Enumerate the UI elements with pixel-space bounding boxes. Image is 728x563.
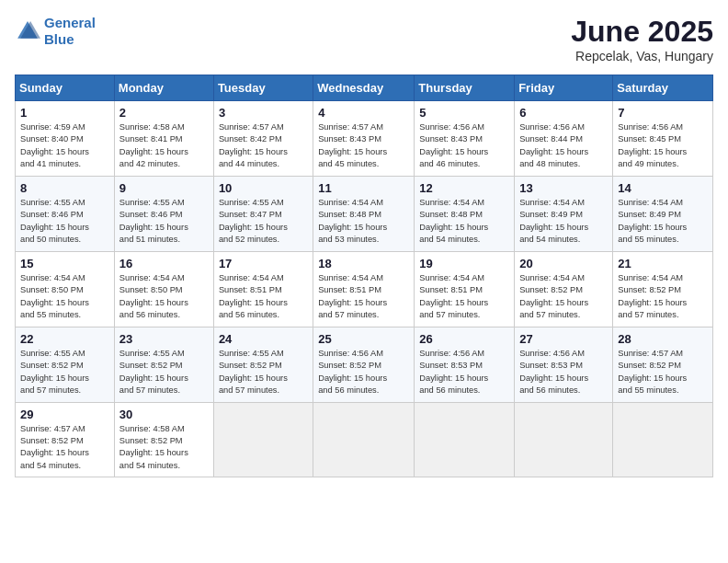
day-info: Sunrise: 4:56 AMSunset: 8:43 PMDaylight:… bbox=[419, 121, 509, 171]
day-info: Sunrise: 4:54 AMSunset: 8:49 PMDaylight:… bbox=[519, 197, 608, 247]
day-num: 3 bbox=[219, 106, 308, 120]
calendar-row-5: 29Sunrise: 4:57 AMSunset: 8:52 PMDayligh… bbox=[16, 402, 713, 477]
day-num: 29 bbox=[20, 408, 109, 421]
day-8: 8Sunrise: 4:55 AMSunset: 8:46 PMDaylight… bbox=[16, 176, 115, 251]
day-num: 12 bbox=[419, 181, 509, 195]
day-info: Sunrise: 4:54 AMSunset: 8:51 PMDaylight:… bbox=[318, 272, 409, 322]
day-num: 6 bbox=[519, 106, 608, 120]
day-num: 17 bbox=[219, 257, 308, 270]
logo-text: General Blue bbox=[44, 15, 96, 48]
logo: General Blue bbox=[15, 15, 96, 48]
day-empty bbox=[415, 402, 515, 477]
col-sunday: Sunday bbox=[16, 75, 115, 101]
calendar-title: June 2025 bbox=[571, 15, 713, 49]
day-info: Sunrise: 4:58 AMSunset: 8:41 PMDaylight:… bbox=[119, 121, 209, 171]
day-num: 10 bbox=[219, 181, 308, 195]
day-5: 5Sunrise: 4:56 AMSunset: 8:43 PMDaylight… bbox=[415, 101, 515, 177]
day-14: 14Sunrise: 4:54 AMSunset: 8:49 PMDayligh… bbox=[613, 176, 713, 251]
day-num: 26 bbox=[419, 332, 509, 346]
day-num: 23 bbox=[119, 332, 209, 346]
day-29: 29Sunrise: 4:57 AMSunset: 8:52 PMDayligh… bbox=[16, 402, 115, 477]
day-info: Sunrise: 4:54 AMSunset: 8:49 PMDaylight:… bbox=[618, 197, 708, 247]
day-num: 11 bbox=[318, 181, 409, 195]
col-saturday: Saturday bbox=[613, 75, 713, 101]
day-num: 30 bbox=[119, 408, 209, 421]
day-info: Sunrise: 4:56 AMSunset: 8:52 PMDaylight:… bbox=[318, 348, 409, 397]
day-28: 28Sunrise: 4:57 AMSunset: 8:52 PMDayligh… bbox=[613, 327, 713, 402]
day-12: 12Sunrise: 4:54 AMSunset: 8:48 PMDayligh… bbox=[415, 176, 515, 251]
day-info: Sunrise: 4:58 AMSunset: 8:52 PMDaylight:… bbox=[119, 423, 209, 473]
day-empty bbox=[515, 402, 613, 477]
day-15: 15Sunrise: 4:54 AMSunset: 8:50 PMDayligh… bbox=[16, 251, 115, 327]
logo-line2: Blue bbox=[44, 31, 74, 47]
day-info: Sunrise: 4:54 AMSunset: 8:52 PMDaylight:… bbox=[519, 272, 608, 322]
day-num: 15 bbox=[20, 257, 109, 270]
day-empty bbox=[313, 402, 415, 477]
col-tuesday: Tuesday bbox=[213, 75, 313, 101]
col-thursday: Thursday bbox=[415, 75, 515, 101]
day-10: 10Sunrise: 4:55 AMSunset: 8:47 PMDayligh… bbox=[213, 176, 313, 251]
day-25: 25Sunrise: 4:56 AMSunset: 8:52 PMDayligh… bbox=[313, 327, 415, 402]
day-23: 23Sunrise: 4:55 AMSunset: 8:52 PMDayligh… bbox=[114, 327, 213, 402]
day-info: Sunrise: 4:55 AMSunset: 8:52 PMDaylight:… bbox=[20, 348, 109, 397]
day-16: 16Sunrise: 4:54 AMSunset: 8:50 PMDayligh… bbox=[114, 251, 213, 327]
logo-icon bbox=[15, 18, 40, 44]
day-num: 28 bbox=[618, 332, 708, 346]
day-info: Sunrise: 4:54 AMSunset: 8:50 PMDaylight:… bbox=[119, 272, 209, 322]
day-info: Sunrise: 4:57 AMSunset: 8:42 PMDaylight:… bbox=[219, 121, 308, 171]
day-info: Sunrise: 4:55 AMSunset: 8:47 PMDaylight:… bbox=[219, 197, 308, 247]
day-num: 20 bbox=[519, 257, 608, 270]
day-24: 24Sunrise: 4:55 AMSunset: 8:52 PMDayligh… bbox=[213, 327, 313, 402]
day-num: 1 bbox=[20, 106, 109, 120]
day-info: Sunrise: 4:54 AMSunset: 8:51 PMDaylight:… bbox=[219, 272, 308, 322]
day-info: Sunrise: 4:57 AMSunset: 8:43 PMDaylight:… bbox=[318, 121, 409, 171]
col-friday: Friday bbox=[515, 75, 613, 101]
day-26: 26Sunrise: 4:56 AMSunset: 8:53 PMDayligh… bbox=[415, 327, 515, 402]
day-info: Sunrise: 4:54 AMSunset: 8:51 PMDaylight:… bbox=[419, 272, 509, 322]
day-empty bbox=[613, 402, 713, 477]
day-num: 5 bbox=[419, 106, 509, 120]
day-20: 20Sunrise: 4:54 AMSunset: 8:52 PMDayligh… bbox=[515, 251, 613, 327]
day-info: Sunrise: 4:56 AMSunset: 8:53 PMDaylight:… bbox=[419, 348, 509, 397]
day-21: 21Sunrise: 4:54 AMSunset: 8:52 PMDayligh… bbox=[613, 251, 713, 327]
day-22: 22Sunrise: 4:55 AMSunset: 8:52 PMDayligh… bbox=[16, 327, 115, 402]
day-17: 17Sunrise: 4:54 AMSunset: 8:51 PMDayligh… bbox=[213, 251, 313, 327]
day-info: Sunrise: 4:54 AMSunset: 8:52 PMDaylight:… bbox=[618, 272, 708, 322]
day-num: 22 bbox=[20, 332, 109, 346]
day-4: 4Sunrise: 4:57 AMSunset: 8:43 PMDaylight… bbox=[313, 101, 415, 177]
day-info: Sunrise: 4:55 AMSunset: 8:46 PMDaylight:… bbox=[20, 197, 109, 247]
day-info: Sunrise: 4:54 AMSunset: 8:48 PMDaylight:… bbox=[419, 197, 509, 247]
calendar-header: Sunday Monday Tuesday Wednesday Thursday… bbox=[16, 75, 713, 101]
calendar-subtitle: Repcelak, Vas, Hungary bbox=[571, 49, 713, 63]
day-info: Sunrise: 4:56 AMSunset: 8:53 PMDaylight:… bbox=[519, 348, 608, 397]
day-num: 14 bbox=[618, 181, 708, 195]
day-empty bbox=[213, 402, 313, 477]
day-num: 9 bbox=[119, 181, 209, 195]
day-num: 13 bbox=[519, 181, 608, 195]
header-row: Sunday Monday Tuesday Wednesday Thursday… bbox=[16, 75, 713, 101]
day-19: 19Sunrise: 4:54 AMSunset: 8:51 PMDayligh… bbox=[415, 251, 515, 327]
day-7: 7Sunrise: 4:56 AMSunset: 8:45 PMDaylight… bbox=[613, 101, 713, 177]
day-18: 18Sunrise: 4:54 AMSunset: 8:51 PMDayligh… bbox=[313, 251, 415, 327]
day-info: Sunrise: 4:56 AMSunset: 8:45 PMDaylight:… bbox=[618, 121, 708, 171]
day-3: 3Sunrise: 4:57 AMSunset: 8:42 PMDaylight… bbox=[213, 101, 313, 177]
day-9: 9Sunrise: 4:55 AMSunset: 8:46 PMDaylight… bbox=[114, 176, 213, 251]
day-num: 19 bbox=[419, 257, 509, 270]
calendar-row-2: 8Sunrise: 4:55 AMSunset: 8:46 PMDaylight… bbox=[16, 176, 713, 251]
header: General Blue June 2025 Repcelak, Vas, Hu… bbox=[15, 15, 713, 63]
day-info: Sunrise: 4:59 AMSunset: 8:40 PMDaylight:… bbox=[20, 121, 109, 171]
title-area: June 2025 Repcelak, Vas, Hungary bbox=[571, 15, 713, 63]
day-info: Sunrise: 4:54 AMSunset: 8:50 PMDaylight:… bbox=[20, 272, 109, 322]
day-1: 1Sunrise: 4:59 AMSunset: 8:40 PMDaylight… bbox=[16, 101, 115, 177]
day-info: Sunrise: 4:55 AMSunset: 8:46 PMDaylight:… bbox=[119, 197, 209, 247]
day-13: 13Sunrise: 4:54 AMSunset: 8:49 PMDayligh… bbox=[515, 176, 613, 251]
day-30: 30Sunrise: 4:58 AMSunset: 8:52 PMDayligh… bbox=[114, 402, 213, 477]
day-num: 27 bbox=[519, 332, 608, 346]
day-num: 7 bbox=[618, 106, 708, 120]
day-27: 27Sunrise: 4:56 AMSunset: 8:53 PMDayligh… bbox=[515, 327, 613, 402]
day-num: 25 bbox=[318, 332, 409, 346]
day-info: Sunrise: 4:56 AMSunset: 8:44 PMDaylight:… bbox=[519, 121, 608, 171]
day-2: 2Sunrise: 4:58 AMSunset: 8:41 PMDaylight… bbox=[114, 101, 213, 177]
calendar-table: Sunday Monday Tuesday Wednesday Thursday… bbox=[15, 75, 713, 477]
col-wednesday: Wednesday bbox=[313, 75, 415, 101]
